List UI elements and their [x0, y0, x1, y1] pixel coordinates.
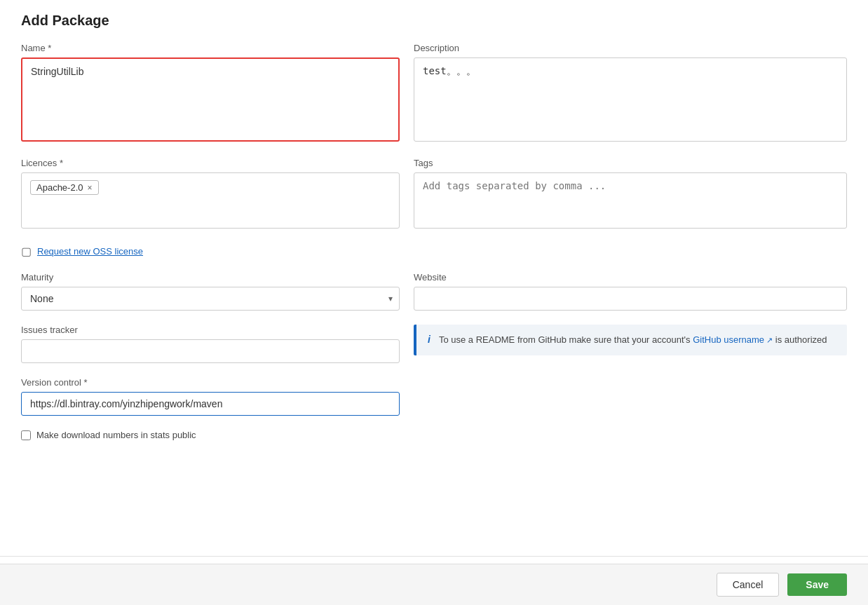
col-licences: Licences * Apache-2.0 × [21, 158, 400, 231]
description-label: Description [414, 43, 847, 53]
info-text: To use a README from GitHub make sure th… [439, 333, 827, 347]
col-maturity: Maturity None Stable Development Depreca… [21, 272, 400, 311]
maturity-label: Maturity [21, 272, 400, 283]
footer-divider [0, 556, 868, 557]
website-label: Website [414, 272, 847, 283]
maturity-select[interactable]: None Stable Development Deprecated [21, 287, 400, 311]
github-username-link[interactable]: GitHub username [693, 334, 773, 345]
row-version-control: Version control * [21, 377, 847, 416]
form-body: Name * Description test。。。 Licences * Ap… [0, 36, 868, 549]
issues-label: Issues tracker [21, 325, 400, 335]
footer-bar: Cancel Save [0, 564, 868, 605]
name-label: Name * [21, 43, 400, 53]
make-download-checkbox[interactable] [21, 430, 31, 440]
row-licences-tags: Licences * Apache-2.0 × Tags [21, 158, 847, 231]
row-name-description: Name * Description test。。。 [21, 43, 847, 144]
row-maturity-website: Maturity None Stable Development Depreca… [21, 272, 847, 311]
issues-input[interactable] [21, 339, 400, 363]
website-input[interactable] [414, 287, 847, 311]
info-text-part1: To use a README from GitHub make sure th… [439, 334, 691, 345]
col-name: Name * [21, 43, 400, 144]
oss-link-row: ▢ Request new OSS license [21, 245, 847, 258]
page-title: Add Package [0, 0, 868, 36]
col-version-control: Version control * [21, 377, 400, 416]
licence-tag-text: Apache-2.0 [36, 182, 83, 193]
info-box: i To use a README from GitHub make sure … [414, 325, 847, 355]
oss-link[interactable]: Request new OSS license [37, 246, 143, 257]
page-wrapper: Add Package Name * Description test。。。 L… [0, 0, 868, 605]
col-website: Website [414, 272, 847, 311]
checkbox-row: Make download numbers in stats public [21, 430, 847, 440]
version-control-input[interactable] [21, 392, 400, 416]
description-textarea[interactable]: test。。。 [414, 57, 847, 142]
tags-textarea[interactable] [414, 172, 847, 229]
info-icon: i [428, 334, 430, 345]
maturity-select-wrapper: None Stable Development Deprecated ▾ [21, 287, 400, 311]
name-input[interactable] [31, 66, 390, 77]
row-issues-info: Issues tracker i To use a README from Gi… [21, 325, 847, 363]
oss-link-icon: ▢ [21, 245, 32, 258]
licences-label: Licences * [21, 158, 400, 168]
col-description: Description test。。。 [414, 43, 847, 144]
save-button[interactable]: Save [787, 573, 847, 596]
col-issues: Issues tracker [21, 325, 400, 363]
info-text-part2: is authorized [775, 334, 827, 345]
tags-label: Tags [414, 158, 847, 168]
col-tags: Tags [414, 158, 847, 231]
cancel-button[interactable]: Cancel [717, 573, 780, 597]
name-box [21, 57, 400, 142]
version-control-label: Version control * [21, 377, 400, 388]
col-info: i To use a README from GitHub make sure … [414, 325, 847, 363]
licences-box: Apache-2.0 × [21, 172, 400, 229]
make-download-label: Make download numbers in stats public [36, 430, 196, 440]
licence-tag-close[interactable]: × [88, 183, 93, 193]
licence-tag: Apache-2.0 × [30, 180, 99, 195]
